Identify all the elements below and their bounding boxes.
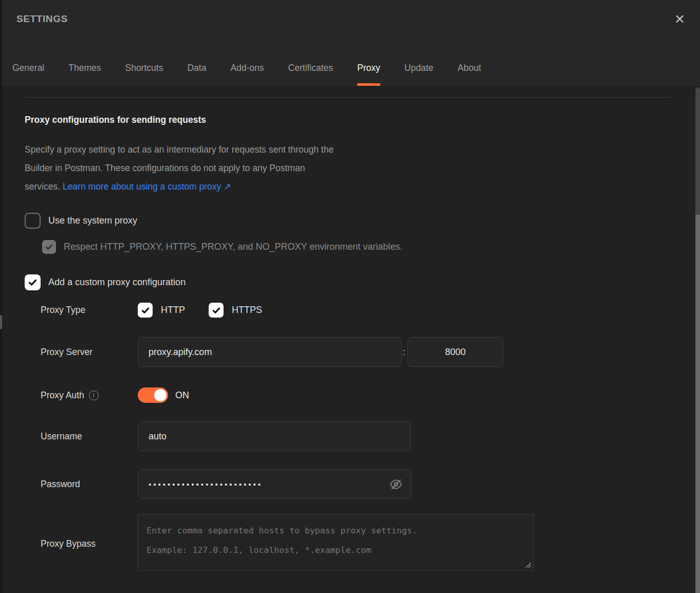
settings-modal-header: SETTINGS ✕: [0, 0, 700, 43]
password-input[interactable]: [138, 469, 411, 499]
proxy-bypass-wrapper: [138, 514, 533, 573]
proxy-server-label: Proxy Server: [41, 347, 138, 358]
close-icon[interactable]: ✕: [672, 12, 687, 27]
proxy-bypass-label: Proxy Bypass: [41, 539, 138, 549]
section-divider: [25, 97, 671, 98]
description-line-1: Specify a proxy setting to act as an int…: [25, 144, 334, 155]
app-left-edge: [0, 0, 2, 593]
settings-tab-bar: General Themes Shortcuts Data Add-ons Ce…: [0, 43, 700, 87]
proxy-server-row: Proxy Server :: [41, 337, 700, 367]
proxy-port-input[interactable]: [408, 337, 503, 367]
eye-off-icon[interactable]: [389, 477, 403, 491]
info-icon[interactable]: i: [89, 391, 99, 400]
username-label: Username: [41, 431, 138, 442]
proxy-settings-panel: Proxy configurations for sending request…: [0, 97, 700, 573]
scrollbar-track[interactable]: [695, 87, 700, 215]
http-label: HTTP: [161, 305, 185, 316]
proxy-bypass-input[interactable]: [138, 514, 533, 571]
host-port-separator: :: [403, 347, 406, 358]
tab-data[interactable]: Data: [187, 63, 206, 73]
https-label: HTTPS: [232, 305, 262, 316]
section-heading: Proxy configurations for sending request…: [25, 115, 700, 125]
tab-shortcuts[interactable]: Shortcuts: [125, 63, 163, 73]
toggle-state-label: ON: [175, 390, 189, 401]
check-icon: [45, 243, 53, 251]
use-system-proxy-label: Use the system proxy: [48, 215, 137, 226]
tab-proxy[interactable]: Proxy: [357, 63, 380, 73]
tab-about[interactable]: About: [457, 63, 481, 73]
respect-env-vars-option: Respect HTTP_PROXY, HTTPS_PROXY, and NO_…: [42, 240, 700, 254]
vertical-scrollbar: [695, 87, 700, 593]
username-row: Username: [41, 421, 700, 451]
proxy-bypass-row: Proxy Bypass: [41, 514, 700, 573]
password-label: Password: [41, 479, 138, 490]
proxy-type-label: Proxy Type: [41, 305, 138, 316]
password-row: Password: [41, 469, 700, 499]
section-description: Specify a proxy setting to act as an int…: [25, 140, 487, 196]
proxy-host-input[interactable]: [138, 337, 402, 367]
check-icon: [212, 306, 221, 315]
external-link-arrow-icon[interactable]: ↗: [224, 181, 231, 192]
proxy-type-http-option[interactable]: HTTP: [138, 303, 185, 318]
proxy-auth-toggle[interactable]: [138, 387, 168, 403]
check-icon: [141, 306, 150, 315]
use-system-proxy-checkbox[interactable]: [25, 213, 41, 229]
tab-add-ons[interactable]: Add-ons: [230, 63, 264, 73]
proxy-auth-label: Proxy Auth i: [41, 390, 138, 401]
respect-env-vars-checkbox: [42, 240, 56, 254]
https-checkbox[interactable]: [209, 303, 224, 318]
proxy-type-row: Proxy Type HTTP HTTPS: [41, 303, 700, 318]
proxy-type-https-option[interactable]: HTTPS: [209, 303, 262, 318]
username-input[interactable]: [138, 421, 411, 451]
use-system-proxy-option: Use the system proxy: [25, 213, 700, 229]
toggle-knob: [154, 389, 167, 401]
modal-title: SETTINGS: [16, 13, 68, 25]
tab-general[interactable]: General: [12, 63, 44, 73]
custom-proxy-checkbox[interactable]: [25, 274, 41, 290]
custom-proxy-label: Add a custom proxy configuration: [48, 277, 186, 288]
check-icon: [28, 277, 38, 287]
respect-env-vars-label: Respect HTTP_PROXY, HTTPS_PROXY, and NO_…: [64, 242, 402, 252]
resize-handle-icon[interactable]: [525, 561, 531, 570]
learn-more-link[interactable]: Learn more about using a custom proxy: [63, 181, 221, 192]
proxy-auth-row: Proxy Auth i ON: [41, 387, 700, 403]
http-checkbox[interactable]: [138, 303, 153, 318]
description-line-3: services.: [25, 181, 63, 192]
description-line-2: Builder in Postman. These configurations…: [25, 163, 305, 173]
tab-certificates[interactable]: Certificates: [288, 63, 334, 73]
proxy-auth-label-text: Proxy Auth: [41, 390, 84, 401]
custom-proxy-option: Add a custom proxy configuration: [25, 274, 700, 290]
tab-update[interactable]: Update: [404, 63, 433, 73]
app-left-edge-notch: [0, 315, 2, 329]
tab-themes[interactable]: Themes: [68, 63, 101, 73]
password-field-wrapper: [138, 469, 411, 499]
scrollbar-thumb[interactable]: [695, 215, 700, 593]
